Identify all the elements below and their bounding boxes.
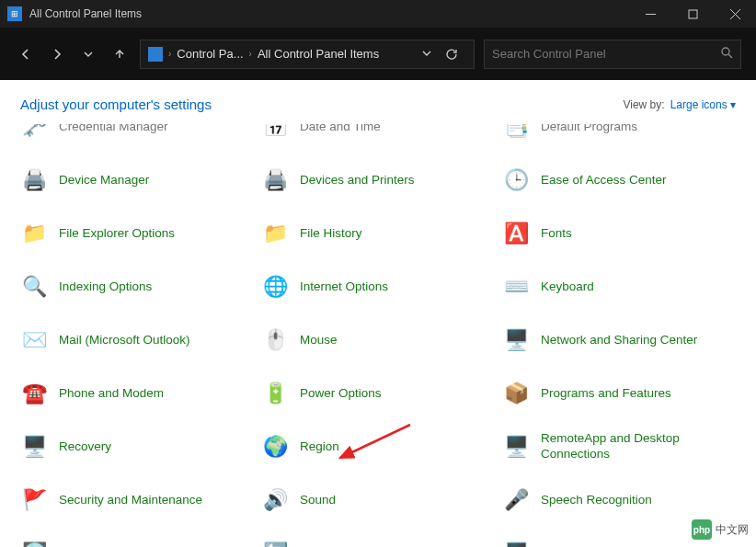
item-label: Speech Recognition bbox=[541, 493, 652, 508]
item-icon: 🖱️ bbox=[259, 325, 291, 356]
item-icon: 📦 bbox=[500, 378, 532, 409]
control-panel-item[interactable]: 📁File History bbox=[258, 214, 493, 253]
control-panel-item[interactable]: 🔍Indexing Options bbox=[17, 268, 252, 306]
item-label: Date and Time bbox=[300, 124, 381, 134]
item-label: Security and Maintenance bbox=[59, 493, 202, 508]
item-label: Indexing Options bbox=[59, 279, 152, 295]
control-panel-item[interactable]: 🖨️Devices and Printers bbox=[258, 161, 493, 199]
control-panel-item[interactable]: 🅰️Fonts bbox=[498, 214, 734, 253]
item-label: Network and Sharing Center bbox=[541, 333, 697, 348]
items-grid: 🗝️Credential Manager📅Date and Time📑Defau… bbox=[17, 124, 734, 547]
control-panel-item[interactable]: 🖱️Mouse bbox=[258, 321, 493, 359]
item-icon: 🖨️ bbox=[18, 165, 50, 196]
control-panel-item[interactable]: 🖨️Device Manager bbox=[17, 161, 252, 199]
svg-point-1 bbox=[722, 48, 729, 55]
content-area: Adjust your computer's settings View by:… bbox=[0, 80, 756, 547]
item-icon: 🅰️ bbox=[500, 218, 532, 249]
item-label: File History bbox=[300, 226, 362, 242]
control-panel-item[interactable]: 🔊Sound bbox=[258, 481, 493, 519]
address-bar[interactable]: › Control Pa... › All Control Panel Item… bbox=[140, 40, 475, 69]
item-icon: 🖥️ bbox=[18, 431, 50, 462]
item-icon: 🔊 bbox=[259, 484, 291, 516]
search-input[interactable] bbox=[492, 47, 720, 61]
item-icon: 🕒 bbox=[500, 165, 532, 196]
content-header: Adjust your computer's settings View by:… bbox=[0, 80, 756, 120]
item-icon: 🌍 bbox=[259, 431, 291, 462]
window-title: All Control Panel Items bbox=[29, 7, 629, 20]
item-label: Power Options bbox=[300, 386, 382, 402]
item-label: Recovery bbox=[59, 439, 111, 455]
item-icon: ☎️ bbox=[18, 378, 50, 409]
item-label: Programs and Features bbox=[541, 386, 671, 402]
viewby-label: View by: bbox=[623, 98, 664, 111]
control-panel-item[interactable]: 🗝️Credential Manager bbox=[17, 124, 252, 146]
watermark-text: 中文网 bbox=[716, 522, 749, 538]
item-icon: ⌨️ bbox=[500, 271, 532, 302]
search-box[interactable] bbox=[484, 40, 741, 69]
items-scroll-area[interactable]: 🗝️Credential Manager📅Date and Time📑Defau… bbox=[0, 124, 750, 547]
breadcrumb-current[interactable]: All Control Panel Items bbox=[258, 47, 379, 61]
watermark: php 中文网 bbox=[692, 519, 749, 540]
item-icon: ✉️ bbox=[18, 325, 50, 356]
address-dropdown[interactable] bbox=[422, 47, 431, 61]
back-button[interactable] bbox=[15, 43, 37, 65]
item-icon: 🗝️ bbox=[18, 124, 50, 142]
control-panel-item[interactable]: 🕒Ease of Access Center bbox=[498, 161, 734, 199]
item-label: Fonts bbox=[541, 226, 572, 242]
item-icon: 🔄 bbox=[259, 538, 291, 547]
search-icon[interactable] bbox=[720, 46, 733, 62]
control-panel-item[interactable]: 🚩Security and Maintenance bbox=[17, 481, 252, 519]
item-icon: 🌐 bbox=[259, 271, 291, 302]
control-panel-item[interactable]: 🎤Speech Recognition bbox=[498, 481, 734, 519]
control-panel-item[interactable]: 🌍Region bbox=[258, 427, 493, 466]
control-panel-icon bbox=[148, 47, 163, 62]
item-icon: 📁 bbox=[18, 218, 50, 249]
control-panel-item[interactable]: 🌐Internet Options bbox=[258, 268, 493, 306]
control-panel-item[interactable]: 🔄Sync Center bbox=[258, 534, 493, 547]
refresh-button[interactable] bbox=[437, 48, 466, 61]
close-button[interactable] bbox=[714, 0, 756, 28]
control-panel-item[interactable]: ✉️Mail (Microsoft Outlook) bbox=[17, 321, 252, 359]
control-panel-item[interactable]: ⌨️Keyboard bbox=[498, 268, 734, 306]
item-icon: 🚩 bbox=[18, 484, 50, 516]
item-label: Credential Manager bbox=[59, 124, 168, 134]
breadcrumb-parent[interactable]: Control Pa... bbox=[177, 47, 243, 61]
recent-dropdown[interactable] bbox=[77, 43, 99, 65]
control-panel-item[interactable]: 📅Date and Time bbox=[258, 124, 493, 146]
up-button[interactable] bbox=[109, 43, 131, 65]
control-panel-item[interactable]: 🖥️RemoteApp and Desktop Connections bbox=[498, 427, 734, 466]
control-panel-item[interactable]: 🖥️Recovery bbox=[17, 427, 252, 466]
item-label: Region bbox=[300, 439, 339, 455]
viewby-dropdown[interactable]: Large icons ▾ bbox=[670, 98, 736, 111]
control-panel-item[interactable]: 📁File Explorer Options bbox=[17, 214, 252, 253]
item-label: Device Manager bbox=[59, 173, 149, 188]
item-icon: 📅 bbox=[259, 124, 291, 142]
item-label: Phone and Modem bbox=[59, 386, 164, 402]
minimize-button[interactable] bbox=[629, 0, 671, 28]
svg-rect-0 bbox=[689, 10, 697, 18]
page-title: Adjust your computer's settings bbox=[20, 97, 623, 112]
item-label: Keyboard bbox=[541, 279, 594, 295]
item-icon: 📁 bbox=[259, 218, 291, 249]
chevron-right-icon: › bbox=[249, 49, 252, 59]
item-label: Internet Options bbox=[300, 279, 388, 295]
item-label: Mouse bbox=[300, 333, 338, 348]
item-icon: 🔋 bbox=[259, 378, 291, 409]
control-panel-item[interactable]: 🔋Power Options bbox=[258, 374, 493, 413]
item-icon: 🖨️ bbox=[259, 165, 291, 196]
control-panel-item[interactable]: 📑Default Programs bbox=[498, 124, 734, 146]
control-panel-item[interactable]: 📦Programs and Features bbox=[498, 374, 734, 413]
control-panel-item[interactable]: ☎️Phone and Modem bbox=[17, 374, 252, 413]
control-panel-item[interactable]: 💽Storage Spaces bbox=[17, 534, 252, 547]
item-icon: 🖥️ bbox=[500, 538, 532, 547]
control-panel-item[interactable]: 🖥️Network and Sharing Center bbox=[498, 321, 734, 359]
window-titlebar: ⊞ All Control Panel Items bbox=[0, 0, 756, 28]
item-icon: 💽 bbox=[18, 538, 50, 547]
app-icon: ⊞ bbox=[7, 6, 22, 21]
maximize-button[interactable] bbox=[671, 0, 714, 28]
forward-button[interactable] bbox=[46, 43, 68, 65]
item-label: Sound bbox=[300, 493, 336, 508]
item-icon: 🖥️ bbox=[500, 431, 532, 462]
item-label: Default Programs bbox=[541, 124, 637, 134]
watermark-icon: php bbox=[692, 519, 712, 540]
